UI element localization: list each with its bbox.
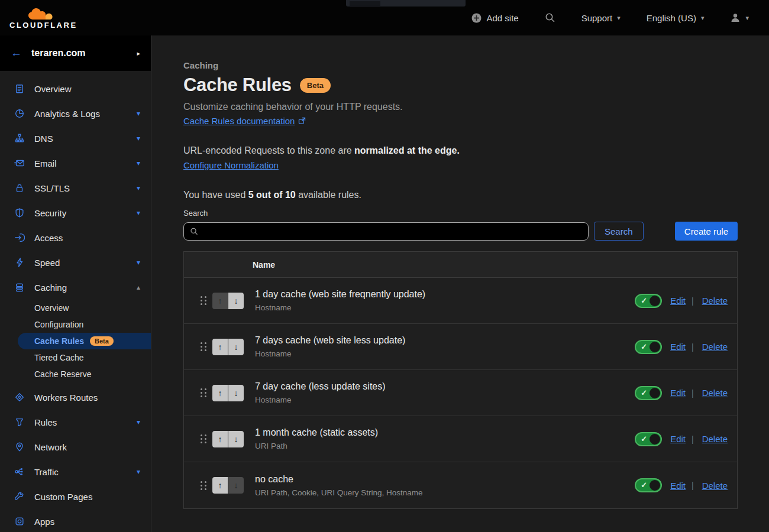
sidebar-item-ssl-tls[interactable]: SSL/TLS ▾ [0,176,151,200]
edit-link[interactable]: Edit [670,481,686,491]
move-up-button[interactable]: ↑ [212,385,228,401]
sidebar-item-caching[interactable]: Caching ▴ [0,275,151,300]
edit-link[interactable]: Edit [670,434,686,444]
language-menu[interactable]: English (US) ▾ [647,13,705,23]
shield-icon [14,207,25,218]
cache-stack-icon [14,282,25,293]
sidebar-item-apps[interactable]: Apps [0,509,151,532]
sidebar-subitem-cache-rules[interactable]: Cache Rules Beta [18,333,151,349]
check-icon: ✓ [641,296,647,305]
toggle-knob [650,296,660,306]
move-down-button[interactable]: ↓ [228,339,244,355]
move-down-button[interactable]: ↓ [228,293,244,309]
sidebar-item-speed[interactable]: Speed ▾ [0,250,151,275]
add-site-button[interactable]: Add site [471,13,518,23]
language-label: English (US) [647,13,696,23]
sidebar-subitem-cache-reserve[interactable]: Cache Reserve [0,366,151,382]
check-icon: ✓ [641,434,647,443]
move-down-button: ↓ [228,477,244,494]
sidebar-item-access[interactable]: Access [0,225,151,250]
cloudflare-logo[interactable]: CLOUDFLARE [9,7,77,30]
sidebar-item-analytics-logs[interactable]: Analytics & Logs ▾ [0,101,151,126]
beta-badge: Beta [300,78,331,93]
sidebar-nav: Overview Analytics & Logs ▾ DNS ▾ Email … [0,71,151,532]
rule-criteria: URI Path [255,442,378,450]
usage-text: You have used 5 out of 10 available rule… [183,190,738,200]
chevron-down-icon: ▾ [137,184,140,192]
name-column-header: Name [253,260,275,270]
sidebar-item-workers-routes[interactable]: Workers Routes [0,385,151,410]
move-up-button: ↑ [212,293,228,309]
documentation-link[interactable]: Cache Rules documentation [183,116,295,126]
drag-handle-icon[interactable] [201,481,206,490]
edit-link[interactable]: Edit [670,388,686,398]
sidebar-item-email[interactable]: Email ▾ [0,151,151,176]
external-link-icon [298,117,306,125]
delete-link[interactable]: Delete [702,342,728,352]
main-content: Caching Cache Rules Beta Customize cachi… [183,35,738,509]
account-menu[interactable]: ▾ [730,12,749,23]
move-up-button[interactable]: ↑ [212,431,228,447]
enable-toggle[interactable]: ✓ [635,294,662,308]
chevron-down-icon: ▾ [137,258,140,267]
delete-link[interactable]: Delete [702,481,728,491]
chevron-down-icon: ▾ [701,14,705,22]
search-input[interactable] [203,226,582,236]
chevron-down-icon: ▾ [617,14,621,22]
sidebar-item-overview[interactable]: Overview [0,76,151,101]
zone-selector[interactable]: ← teraren.com ▸ [0,35,151,71]
table-row: ↑ ↓ 7 day cache (less update sites) Host… [184,370,737,416]
map-pin-icon [14,442,25,452]
chevron-right-icon: ▸ [137,50,140,57]
sidebar-item-network[interactable]: Network [0,434,151,459]
chevron-down-icon: ▾ [137,468,140,476]
enable-toggle[interactable]: ✓ [635,340,662,354]
rule-criteria: URI Path, Cookie, URI Query String, Host… [255,488,423,497]
sidebar-item-custom-pages[interactable]: Custom Pages [0,484,151,509]
delete-link[interactable]: Delete [702,388,728,398]
chevron-down-icon: ▾ [137,134,140,142]
sitemap-icon [14,133,25,144]
user-icon [730,12,741,23]
rule-criteria: Hostname [255,395,386,404]
sidebar-item-dns[interactable]: DNS ▾ [0,126,151,151]
drag-handle-icon[interactable] [201,342,206,351]
rule-name: 1 day cache (web site freqnently update) [255,289,425,300]
configure-normalization-link[interactable]: Configure Normalization [183,160,279,170]
move-down-button[interactable]: ↓ [228,431,244,447]
delete-link[interactable]: Delete [702,296,728,306]
chevron-down-icon: ▾ [137,418,140,426]
table-row: ↑ ↓ no cache URI Path, Cookie, URI Query… [184,462,737,508]
rule-name: 7 day cache (less update sites) [255,381,386,392]
drag-handle-icon[interactable] [201,388,206,397]
popup-remnant [346,0,466,7]
drag-handle-icon[interactable] [201,296,206,305]
move-down-button[interactable]: ↓ [228,385,244,401]
sidebar-subitem-caching-overview[interactable]: Overview [0,300,151,316]
delete-link[interactable]: Delete [702,434,728,444]
enable-toggle[interactable]: ✓ [635,386,662,400]
sidebar-subitem-tiered-cache[interactable]: Tiered Cache [0,349,151,366]
sidebar-item-security[interactable]: Security ▾ [0,200,151,225]
rule-name: no cache [255,474,423,485]
move-up-button[interactable]: ↑ [212,339,228,355]
search-icon[interactable] [545,12,555,23]
sidebar-item-rules[interactable]: Rules ▾ [0,410,151,434]
enable-toggle[interactable]: ✓ [635,432,662,446]
back-arrow-icon[interactable]: ← [11,47,22,60]
edit-link[interactable]: Edit [670,296,686,306]
search-field-label: Search [183,209,738,218]
enable-toggle[interactable]: ✓ [635,478,662,492]
drag-handle-icon[interactable] [201,434,206,443]
search-icon [190,227,198,236]
move-up-button[interactable]: ↑ [212,477,228,494]
search-box[interactable] [183,222,589,241]
edit-link[interactable]: Edit [670,342,686,352]
sidebar-subitem-configuration[interactable]: Configuration [0,316,151,333]
sidebar-item-traffic[interactable]: Traffic ▾ [0,459,151,484]
chevron-down-icon: ▾ [137,109,140,118]
create-rule-button[interactable]: Create rule [675,222,738,241]
workers-icon [14,392,25,403]
support-menu[interactable]: Support ▾ [581,13,621,23]
search-button[interactable]: Search [594,222,644,241]
